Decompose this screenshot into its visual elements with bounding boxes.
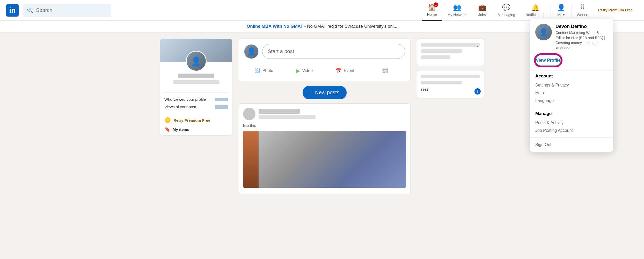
navbar: in 🔍 🏠1 Home 👥 My Network 💼 Jobs 💬 Messa… <box>0 0 644 21</box>
home-icon: 🏠1 <box>428 3 436 11</box>
sign-out-item[interactable]: Sign Out <box>535 141 608 149</box>
profile-avatar: 👤 <box>186 51 207 71</box>
blur-line-1 <box>421 43 480 47</box>
bookmark-icon: 🔖 <box>164 126 170 132</box>
stat-row-views[interactable]: Who viewed your profile <box>164 96 228 103</box>
new-posts-wrap: ↑ New posts <box>239 86 411 99</box>
my-network-label: My Network <box>448 13 467 17</box>
right-card-1: ··· <box>417 39 484 66</box>
me-chevron-icon: ▾ <box>563 13 565 17</box>
info-icon: i <box>474 88 481 95</box>
three-dots-icon[interactable]: ··· <box>475 43 480 49</box>
dropdown-menu: 👤 Devon Delfino Content Marketing Writer… <box>530 19 613 152</box>
post-action-article[interactable]: 📰 <box>365 65 405 76</box>
post-action-event[interactable]: 📅 Event <box>325 65 365 76</box>
post-action-video[interactable]: ▶ Video <box>284 65 325 76</box>
notifications-label: Notifications <box>525 13 545 17</box>
profile-avatar-wrap: 👤 <box>186 51 207 71</box>
work-chevron-icon: ▾ <box>586 13 588 17</box>
posts-activity-item[interactable]: Posts & Activity <box>535 119 608 127</box>
nav-item-notifications[interactable]: 🔔 Notifications <box>520 0 550 21</box>
article-icon: 📰 <box>382 68 388 74</box>
premium-retry-button[interactable]: Retry Premium Free <box>593 0 638 21</box>
notifications-icon: 🔔 <box>531 4 539 12</box>
new-posts-button[interactable]: ↑ New posts <box>303 86 346 99</box>
blur-line-courses-1 <box>421 75 480 78</box>
search-icon: 🔍 <box>27 7 33 13</box>
blur-line-courses-2 <box>421 81 462 84</box>
dropdown-avatar: 👤 <box>535 24 552 40</box>
feed-image <box>243 131 406 188</box>
right-card-courses: rses i <box>417 70 484 98</box>
profile-bottom: 🟡 Retry Premium Free 🔖 My items <box>160 114 232 135</box>
video-icon: ▶ <box>296 68 300 74</box>
help-item[interactable]: Help <box>535 89 608 97</box>
my-items[interactable]: 🔖 My items <box>164 126 228 132</box>
settings-privacy-item[interactable]: Settings & Privacy <box>535 81 608 89</box>
premium-promo[interactable]: 🟡 Retry Premium Free <box>164 117 228 123</box>
job-posting-item[interactable]: Job Posting Account <box>535 127 608 134</box>
dropdown-account-section: Account Settings & Privacy Help Language <box>530 70 613 108</box>
right-sidebar: ··· rses i <box>417 39 484 198</box>
feed-card-header <box>243 108 406 120</box>
left-sidebar: 👤 Who viewed your profile Views of your … <box>160 39 232 198</box>
dropdown-signout-section: Sign Out <box>530 138 613 152</box>
banner-link[interactable]: Online MBA With No GMAT <box>247 24 303 29</box>
stat-bar-profile <box>215 98 228 101</box>
me-avatar-icon: 👤 <box>557 4 565 12</box>
like-text: like this <box>243 123 406 128</box>
profile-title-blur <box>173 80 219 84</box>
messaging-label: Messaging <box>498 13 515 17</box>
post-input-row: 👤 Start a post <box>244 44 405 59</box>
nav-item-me[interactable]: 👤 Me▾ <box>551 0 572 21</box>
nav-item-my-network[interactable]: 👥 My Network <box>442 0 472 21</box>
blur-line-2 <box>421 49 462 53</box>
new-posts-arrow: ↑ <box>310 90 312 96</box>
me-label: Me▾ <box>557 13 565 17</box>
event-icon: 📅 <box>335 68 342 74</box>
home-label: Home <box>427 12 437 17</box>
my-items-label: My items <box>173 127 189 132</box>
manage-section-title: Manage <box>535 111 608 116</box>
premium-promo-text: Retry Premium Free <box>173 118 210 123</box>
stat-label-post: Views of your post <box>164 105 196 109</box>
nav-item-work[interactable]: ⠿ Work▾ <box>572 0 593 21</box>
feed-blur-title <box>259 115 316 119</box>
home-badge: 1 <box>434 2 438 7</box>
post-box: 👤 Start a post 🖼 Photo ▶ Video 📅 Event <box>239 39 411 82</box>
nav-item-home[interactable]: 🏠1 Home <box>422 0 442 21</box>
img-block-right <box>259 131 406 188</box>
nav-item-messaging[interactable]: 💬 Messaging <box>493 0 521 21</box>
my-network-icon: 👥 <box>453 4 461 12</box>
view-profile-button[interactable]: View Profile <box>535 55 561 66</box>
feed-user-info <box>259 109 316 119</box>
jobs-icon: 💼 <box>478 4 486 12</box>
photo-icon: 🖼 <box>255 68 260 74</box>
language-item[interactable]: Language <box>535 97 608 105</box>
nav-item-jobs[interactable]: 💼 Jobs <box>472 0 493 21</box>
profile-cover: 👤 <box>160 39 232 62</box>
account-section-title: Account <box>535 74 608 79</box>
dropdown-manage-section: Manage Posts & Activity Job Posting Acco… <box>530 108 613 138</box>
post-action-photo[interactable]: 🖼 Photo <box>244 65 284 76</box>
courses-label: rses <box>421 87 480 91</box>
search-input[interactable] <box>36 7 107 13</box>
start-post-button[interactable]: Start a post <box>262 44 405 59</box>
avatar-placeholder: 👤 <box>187 52 206 71</box>
jobs-label: Jobs <box>478 13 486 17</box>
post-actions: 🖼 Photo ▶ Video 📅 Event 📰 <box>244 63 405 76</box>
premium-icon: 🟡 <box>164 117 171 123</box>
feed-card: like this <box>239 103 411 194</box>
dropdown-user-title: Content Marketing Writer & Editor for Hi… <box>555 30 608 51</box>
search-bar[interactable]: 🔍 <box>23 4 111 17</box>
new-posts-label: New posts <box>315 90 339 96</box>
banner-text: - No GMAT req'd for Syracuse University'… <box>304 24 397 29</box>
nav-items: 🏠1 Home 👥 My Network 💼 Jobs 💬 Messaging … <box>422 0 638 21</box>
messaging-icon: 💬 <box>502 4 510 12</box>
post-avatar: 👤 <box>244 44 259 59</box>
work-label: Work▾ <box>577 13 588 17</box>
stat-row-post-views[interactable]: Views of your post <box>164 103 228 111</box>
profile-name-blur <box>178 74 214 78</box>
main-layout: 👤 Who viewed your profile Views of your … <box>154 39 490 198</box>
linkedin-logo[interactable]: in <box>6 4 19 17</box>
